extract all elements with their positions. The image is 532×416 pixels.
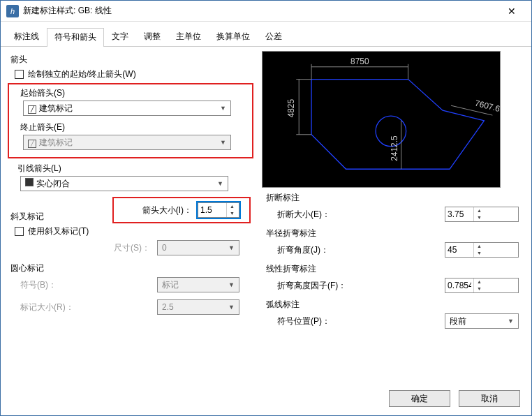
arch-tick-icon: ╱ [28, 105, 36, 114]
arc-sym-pos-select[interactable]: 段前 ▼ [445, 313, 519, 329]
chevron-down-icon: ▼ [228, 281, 235, 288]
preview-pane: 8750 4825 2412.5 7607.69 [262, 51, 501, 188]
jog-height-spinner[interactable]: ▲▼ [445, 278, 519, 293]
start-arrow-label: 起始箭头(S) [20, 87, 251, 99]
closed-filled-icon [25, 178, 34, 186]
chevron-down-icon: ▼ [228, 244, 235, 251]
end-arrow-select[interactable]: ╱建筑标记 ▼ [23, 135, 231, 150]
linear-jog-legend: 线性折弯标注 [266, 263, 524, 275]
arrow-size-spinner[interactable]: ▲▼ [198, 202, 239, 218]
arrow-size-input[interactable] [198, 203, 226, 217]
window-title: 新建标注样式: GB: 线性 [23, 5, 498, 17]
arrowheads-legend: 箭头 [10, 54, 253, 66]
spin-up-icon[interactable]: ▲ [474, 207, 485, 214]
spin-up-icon[interactable]: ▲ [474, 278, 485, 285]
app-icon: h [6, 5, 19, 17]
tab-text[interactable]: 文字 [104, 27, 136, 46]
tab-tolerance[interactable]: 公差 [258, 27, 290, 46]
tabs: 标注线 符号和箭头 文字 调整 主单位 换算单位 公差 [1, 24, 531, 47]
tab-alt-units[interactable]: 换算单位 [209, 27, 258, 46]
spin-down-icon[interactable]: ▼ [474, 285, 485, 292]
jog-height-input[interactable] [445, 278, 473, 292]
center-symbol-label: 符号(B)： [20, 279, 57, 291]
svg-text:2412.5: 2412.5 [390, 135, 399, 161]
chevron-down-icon: ▼ [220, 105, 226, 112]
end-arrow-label: 终止箭头(E) [20, 121, 251, 133]
chevron-down-icon: ▼ [217, 180, 223, 187]
use-oblique-label: 使用斜叉标记(T) [28, 225, 89, 237]
arc-dim-legend: 弧线标注 [266, 299, 524, 311]
center-symbol-select: 标记 ▼ [157, 277, 239, 292]
leader-arrow-select[interactable]: 实心闭合 ▼ [20, 176, 228, 191]
svg-text:4825: 4825 [286, 99, 296, 118]
leader-arrow-label: 引线箭头(L) [17, 163, 253, 174]
break-size-spinner[interactable]: ▲▼ [445, 207, 519, 222]
spin-down-icon[interactable]: ▼ [474, 250, 485, 257]
jog-angle-input[interactable] [445, 243, 473, 257]
ok-button[interactable]: 确定 [389, 390, 450, 407]
spin-up-icon[interactable]: ▲ [474, 243, 485, 250]
svg-text:8750: 8750 [350, 57, 369, 66]
tab-fit[interactable]: 调整 [136, 27, 168, 46]
use-oblique-checkbox[interactable] [15, 227, 24, 236]
chevron-down-icon: ▼ [220, 139, 226, 146]
chevron-down-icon: ▼ [508, 318, 514, 325]
cancel-button[interactable]: 取消 [459, 390, 520, 407]
highlight-box-arrows: 起始箭头(S) ╱建筑标记 ▼ 终止箭头(E) ╱建筑标记 ▼ [8, 83, 253, 158]
jog-angle-label: 折弯角度(J)： [277, 244, 329, 256]
spin-down-icon[interactable]: ▼ [474, 214, 485, 221]
center-mark-size-label: 标记大小(R)： [20, 302, 74, 313]
draw-separate-label: 绘制独立的起始/终止箭头(W) [28, 68, 136, 80]
tab-dimline[interactable]: 标注线 [6, 27, 47, 46]
spin-down-icon[interactable]: ▼ [227, 210, 237, 217]
oblique-size-select: 0 ▼ [157, 240, 239, 255]
arrow-size-label: 箭头大小(I)： [142, 205, 192, 216]
start-arrow-select[interactable]: ╱建筑标记 ▼ [23, 101, 231, 116]
tab-symbols-arrows[interactable]: 符号和箭头 [47, 28, 104, 47]
arc-sym-pos-label: 符号位置(P)： [277, 315, 330, 327]
close-icon[interactable]: ✕ [498, 1, 526, 21]
oblique-size-label: 尺寸(S)： [114, 242, 150, 254]
titlebar: h 新建标注样式: GB: 线性 ✕ [1, 1, 531, 22]
break-size-input[interactable] [445, 207, 473, 221]
jog-angle-spinner[interactable]: ▲▼ [445, 242, 519, 258]
center-mark-size-select: 2.5 ▼ [157, 299, 239, 315]
radius-jog-legend: 半径折弯标注 [266, 228, 524, 239]
tab-primary-units[interactable]: 主单位 [168, 27, 209, 46]
arch-tick-icon: ╱ [28, 140, 36, 148]
spin-up-icon[interactable]: ▲ [227, 203, 237, 210]
svg-text:7607.69: 7607.69 [474, 98, 500, 115]
break-dim-legend: 折断标注 [266, 192, 524, 204]
jog-height-label: 折弯高度因子(F)： [277, 280, 346, 292]
draw-separate-checkbox[interactable] [15, 70, 24, 79]
break-size-label: 折断大小(E)： [277, 209, 330, 221]
center-marks-legend: 圆心标记 [10, 262, 253, 274]
chevron-down-icon: ▼ [228, 304, 235, 311]
